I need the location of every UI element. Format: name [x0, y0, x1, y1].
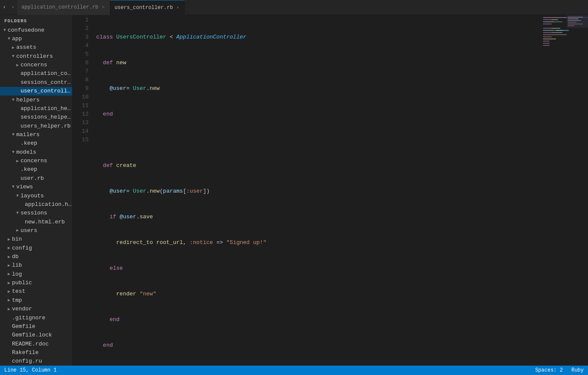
sidebar-item-controllers[interactable]: ▼ controllers: [0, 52, 72, 60]
expand-arrow: ▼: [6, 36, 12, 41]
status-bar-left: Line 15, Column 1: [4, 367, 535, 373]
sidebar-item-bin[interactable]: ▶ bin: [0, 235, 72, 244]
sidebar-item-test[interactable]: ▶ test: [0, 287, 72, 296]
minimap-canvas: [541, 15, 588, 143]
expand-arrow: ▶: [6, 280, 12, 286]
sidebar-item-gemfile[interactable]: Gemfile: [0, 322, 72, 330]
svg-rect-14: [543, 32, 552, 33]
sidebar-item-log[interactable]: ▶ log: [0, 270, 72, 278]
tab-app-controller-label: application_controller.rb: [21, 4, 98, 10]
expand-arrow: ▼: [15, 193, 21, 198]
sidebar-item-models[interactable]: ▼ models: [0, 148, 72, 156]
sidebar-item-sessions[interactable]: ▼ sessions: [0, 209, 72, 217]
sidebar-item-label: views: [16, 184, 33, 190]
sidebar-item-concerns-models[interactable]: ▶ concerns: [0, 156, 72, 165]
sidebar-item-label: confusedone: [8, 27, 44, 33]
sidebar-item-views[interactable]: ▼ views: [0, 182, 72, 191]
sidebar-item-label: users_helper.rb: [21, 123, 71, 129]
sidebar-item-application-controller[interactable]: application_controller.: [0, 69, 72, 78]
sidebar-item-db[interactable]: ▶ db: [0, 252, 72, 261]
sidebar-item-config[interactable]: ▶ config: [0, 244, 72, 252]
language-indicator[interactable]: Ruby: [571, 367, 584, 373]
sidebar-item-user-rb[interactable]: user.rb: [0, 174, 72, 182]
sidebar-item-lib[interactable]: ▶ lib: [0, 261, 72, 270]
sidebar-item-sessions-controller[interactable]: sessions_controller.: [0, 78, 72, 86]
svg-rect-9: [552, 28, 560, 29]
sidebar-item-label: sessions_controller.: [21, 79, 72, 86]
svg-rect-28: [568, 25, 574, 26]
sidebar-item-application-helper[interactable]: application_helper.: [0, 104, 72, 113]
expand-arrow: ▶: [6, 237, 12, 242]
sidebar-item-users[interactable]: ▶ users: [0, 226, 72, 235]
svg-rect-18: [543, 39, 556, 39]
main-area: FOLDERS ▼ confusedone ▼ app ▶ assets ▼ c…: [0, 15, 588, 366]
expand-arrow: ▶: [6, 254, 12, 259]
sidebar-item-label: app: [12, 36, 22, 42]
sidebar-item-label: users: [21, 227, 37, 234]
sidebar-item-public[interactable]: ▶ public: [0, 278, 72, 287]
sidebar-item-new-html-erb[interactable]: new.html.erb: [0, 217, 72, 226]
sidebar-item-keep-models[interactable]: .keep: [0, 165, 72, 174]
nav-next-button[interactable]: ›: [9, 0, 17, 15]
sidebar-item-label: concerns: [21, 158, 47, 164]
expand-arrow: ▶: [6, 271, 12, 277]
sidebar-item-users-helper[interactable]: users_helper.rb: [0, 122, 72, 130]
expand-arrow: ▶: [6, 245, 12, 250]
tab-app-controller[interactable]: application_controller.rb ×: [17, 0, 110, 15]
tab-users-controller[interactable]: users_controller.rb ×: [110, 0, 185, 15]
sidebar-item-label: .keep: [21, 166, 37, 173]
sidebar-item-label: bin: [12, 236, 22, 242]
sidebar-item-concerns-ctrl[interactable]: ▶ concerns: [0, 60, 72, 69]
code-line-9: redirect_to root_url, :notice => "Signed…: [96, 238, 541, 247]
code-line-4: end: [96, 110, 541, 119]
sidebar-item-tmp[interactable]: ▶ tmp: [0, 296, 72, 304]
sidebar-item-mailers[interactable]: ▼ mailers: [0, 130, 72, 139]
sidebar-item-label: layouts: [21, 193, 44, 199]
svg-rect-16: [543, 34, 567, 35]
sidebar-item-users-controller[interactable]: users_controller.rb: [0, 87, 72, 95]
sidebar-item-app[interactable]: ▼ app: [0, 34, 72, 43]
sidebar-item-confusedone[interactable]: ▼ confusedone: [0, 26, 72, 34]
tab-app-controller-close[interactable]: ×: [101, 4, 106, 10]
sidebar-item-keep-mailers[interactable]: .keep: [0, 139, 72, 148]
sidebar-item-label: mailers: [16, 131, 40, 138]
code-line-7: @user= User.new(params[:user]): [96, 187, 541, 196]
sidebar-item-helpers[interactable]: ▼ helpers: [0, 95, 72, 104]
tab-users-controller-close[interactable]: ×: [175, 5, 180, 11]
sidebar-item-gitignore[interactable]: .gitignore: [0, 313, 72, 322]
svg-rect-21: [543, 45, 550, 46]
sidebar-item-gemfile-lock[interactable]: Gemfile.lock: [0, 331, 72, 339]
sidebar-item-application-html[interactable]: application.html.: [0, 200, 72, 208]
sidebar-item-label: users_controller.rb: [21, 88, 72, 94]
sidebar-item-label: tmp: [12, 297, 22, 304]
sidebar-item-assets[interactable]: ▶ assets: [0, 43, 72, 52]
sidebar-item-label: db: [12, 253, 19, 260]
sidebar-item-label: application_helper.: [21, 105, 72, 112]
sidebar-item-label: log: [12, 271, 22, 277]
editor-area: 12345 678910 1112131415 class UsersContr…: [73, 15, 588, 366]
sidebar-item-label: sessions_helper.rb: [21, 114, 72, 120]
svg-rect-19: [543, 41, 550, 42]
svg-rect-17: [543, 36, 552, 37]
sidebar-item-config-ru[interactable]: config.ru: [0, 357, 72, 366]
spaces-indicator[interactable]: Spaces: 2: [535, 367, 563, 373]
sidebar-item-vendor[interactable]: ▶ vendor: [0, 305, 72, 313]
sidebar-item-sessions-helper[interactable]: sessions_helper.rb: [0, 113, 72, 122]
svg-rect-23: [568, 17, 583, 18]
sidebar-item-label: public: [12, 280, 32, 286]
sidebar-item-label: .keep: [21, 140, 37, 146]
editor-content[interactable]: 12345 678910 1112131415 class UsersContr…: [73, 15, 588, 366]
svg-rect-20: [543, 43, 550, 44]
sidebar-item-label: new.html.erb: [25, 219, 65, 225]
sidebar-item-readme[interactable]: README.rdoc: [0, 339, 72, 348]
sidebar-item-layouts[interactable]: ▼ layouts: [0, 191, 72, 200]
svg-rect-25: [568, 20, 581, 21]
nav-prev-button[interactable]: ‹: [0, 0, 9, 15]
sidebar-item-label: Gemfile: [12, 323, 35, 330]
code-editor[interactable]: class UsersController < ApplicationContr…: [92, 15, 541, 366]
line-numbers: 12345 678910 1112131415: [73, 15, 92, 366]
code-line-12: end: [96, 315, 541, 324]
expand-arrow: ▶: [15, 158, 21, 164]
sidebar-item-label: application_controller.: [21, 70, 72, 77]
sidebar-item-rakefile[interactable]: Rakefile: [0, 348, 72, 357]
